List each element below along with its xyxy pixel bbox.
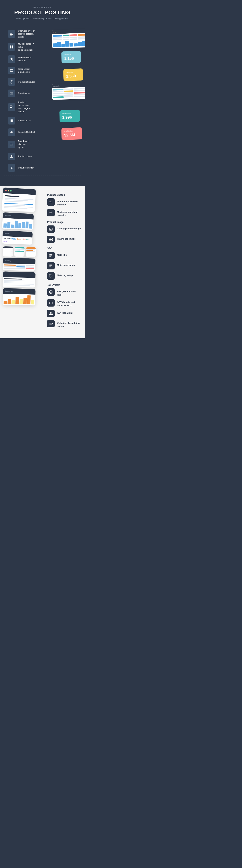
unlimited-tax-label: Unlimited Tax addingoption	[57, 320, 80, 328]
svg-rect-5	[12, 45, 13, 47]
svg-rect-1	[10, 34, 12, 34]
vat-icon: VAT	[47, 288, 55, 296]
feature-gst: GST GST (Goods andServices Tax)	[47, 299, 81, 307]
feature-label: In stock/Out stock	[18, 131, 35, 133]
unpublish-icon	[8, 164, 15, 172]
feature-label: Product descriptionwith image & videos	[18, 101, 36, 113]
barcode-icon	[8, 117, 15, 124]
stacked-mockups: Inventory	[4, 247, 43, 306]
svg-rect-20	[11, 119, 11, 122]
feature-item-unpublish: Unpublish option	[4, 162, 40, 174]
purchase-setup-title: Purchase Setup	[47, 194, 81, 196]
svg-rect-49	[50, 265, 53, 265]
brand-icon: B	[8, 67, 15, 74]
feature-label: IndependentBrand setup	[18, 67, 30, 74]
list-icon	[8, 30, 15, 38]
stat-card-teal: Products 1,156	[61, 51, 81, 63]
feature-meta-tag: Meta tag setup	[47, 272, 81, 280]
feature-label: Unlimited level ofproduct category creat…	[18, 29, 36, 38]
svg-point-14	[10, 93, 11, 94]
screens-column: Products 1,156 Revenue 1,560 Product Lis…	[43, 28, 85, 149]
attribute-icon	[8, 78, 15, 86]
hero-description: Most Dynamic & user friendly product pos…	[4, 17, 81, 20]
feature-tax: TAX TAX (Taxation)	[47, 310, 81, 317]
feature-item-in-out-stock: In stock/Out stock	[4, 126, 40, 138]
max-quantity-icon	[47, 209, 55, 216]
meta-desc-label: Meta description	[57, 262, 75, 267]
meta-title-label: Meta title	[57, 252, 67, 256]
svg-text:GST: GST	[50, 302, 52, 303]
svg-rect-3	[10, 35, 12, 35]
calendar-icon	[8, 141, 15, 148]
features-list: Unlimited level ofproduct category creat…	[0, 28, 43, 174]
feature-min-purchase: Minimum purchasequantity	[47, 198, 81, 206]
gallery-label: Gallery product image	[57, 225, 81, 230]
tag-icon	[8, 90, 15, 97]
svg-rect-32	[10, 157, 13, 158]
svg-rect-38	[51, 211, 51, 214]
bottom-layout: Analytics	[4, 190, 81, 331]
svg-rect-0	[10, 33, 13, 33]
svg-rect-31	[12, 145, 12, 145]
hero-title: PRODUCT POSTING	[4, 9, 81, 16]
feature-item-product-description: Product descriptionwith image & videos	[4, 99, 40, 115]
mock-screens-left: Analytics	[4, 190, 43, 331]
svg-rect-23	[12, 119, 13, 122]
star-icon	[8, 55, 15, 63]
feature-label: Product SKU	[18, 119, 31, 122]
svg-rect-35	[50, 201, 51, 202]
svg-rect-36	[50, 203, 52, 203]
min-purchase-label: Minimum purchasequantity	[57, 198, 78, 206]
svg-point-12	[11, 82, 12, 82]
svg-text:TAX: TAX	[50, 323, 52, 324]
svg-rect-2	[10, 34, 13, 35]
svg-rect-46	[50, 255, 52, 256]
feature-thumbnail-image: Thumbnail Image	[47, 236, 81, 243]
publish-icon	[8, 153, 15, 160]
feature-item-unlimited-category: Unlimited level ofproduct category creat…	[4, 28, 40, 40]
feature-item-product-sku: Product SKU	[4, 115, 40, 126]
grid-icon	[8, 43, 15, 51]
thumbnail-icon	[47, 236, 55, 243]
gallery-icon	[47, 225, 55, 233]
svg-rect-45	[50, 254, 53, 255]
seo-title: SEO	[47, 247, 81, 250]
feature-label: Date based discountoption	[18, 140, 36, 149]
feature-item-publish: Publish option	[4, 151, 40, 162]
gst-label: GST (Goods andServices Tax)	[57, 299, 75, 307]
tax-label: TAX (Taxation)	[57, 310, 72, 314]
feature-meta-title: Meta title	[47, 252, 81, 259]
right-features-col: Purchase Setup Minimum purchasequantity …	[47, 190, 81, 331]
svg-rect-43	[49, 240, 51, 241]
feature-item-multiple-category: Multiple category setupon one product	[4, 40, 40, 54]
svg-marker-17	[12, 106, 13, 107]
max-purchase-label: Maximum purchasequantity	[57, 209, 78, 217]
stock-icon	[8, 128, 15, 136]
meta-desc-icon	[47, 262, 55, 270]
svg-text:VAT: VAT	[50, 292, 52, 293]
product-image-title: Product Image	[47, 221, 81, 223]
hero-subtitle: FAST & EASY	[4, 6, 81, 9]
svg-rect-16	[10, 106, 12, 107]
meta-tag-icon	[47, 272, 55, 280]
table-mockup-1	[52, 29, 85, 48]
svg-rect-30	[11, 145, 11, 145]
meta-title-icon	[47, 252, 55, 259]
feature-item-product-attributes: Product attributes	[4, 76, 40, 88]
svg-rect-34	[50, 202, 53, 202]
svg-point-40	[50, 229, 51, 229]
feature-item-brand-name: Brand name	[4, 88, 40, 99]
svg-rect-47	[50, 256, 52, 256]
thumbnail-label: Thumbnail Image	[57, 236, 75, 240]
svg-rect-4	[10, 45, 11, 47]
light-section: Analytics	[0, 186, 85, 338]
feature-meta-description: Meta description	[47, 262, 81, 270]
feature-item-date-discount: Date based discountoption	[4, 138, 40, 151]
svg-rect-48	[50, 256, 52, 257]
feature-label: Unpublish option	[18, 166, 34, 169]
feature-max-purchase: Maximum purchasequantity	[47, 209, 81, 217]
svg-rect-33	[10, 167, 13, 167]
dark-features-section: Unlimited level ofproduct category creat…	[0, 24, 85, 186]
data-grid-mockup: Product List	[52, 83, 85, 100]
feature-item-independent-brand: B IndependentBrand setup	[4, 65, 40, 76]
